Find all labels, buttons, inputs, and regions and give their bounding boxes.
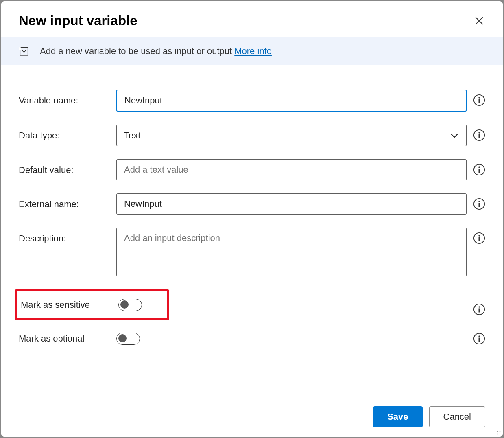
svg-rect-3 xyxy=(479,99,480,103)
dialog-footer: Save Cancel xyxy=(1,396,503,437)
close-icon xyxy=(475,17,483,25)
data-type-value: Text xyxy=(124,130,140,141)
mark-sensitive-highlight: Mark as sensitive xyxy=(15,289,169,320)
external-name-input[interactable] xyxy=(116,193,467,215)
row-mark-optional: Mark as optional xyxy=(19,329,485,348)
toggle-knob xyxy=(118,334,127,342)
label-mark-sensitive: Mark as sensitive xyxy=(17,296,118,314)
row-description: Description: xyxy=(19,228,485,276)
svg-rect-6 xyxy=(479,134,480,138)
svg-point-23 xyxy=(500,431,501,432)
resize-grip-icon[interactable] xyxy=(493,427,502,436)
svg-point-5 xyxy=(478,132,480,134)
info-banner: Add a new variable to be used as input o… xyxy=(1,37,503,65)
mark-optional-toggle[interactable] xyxy=(116,333,140,345)
chevron-down-icon xyxy=(450,131,459,140)
label-variable-name: Variable name: xyxy=(19,90,116,106)
row-default-value: Default value: xyxy=(19,159,485,180)
banner-text-wrap: Add a new variable to be used as input o… xyxy=(40,46,272,57)
close-button[interactable] xyxy=(473,15,485,27)
svg-point-22 xyxy=(500,429,501,430)
svg-point-11 xyxy=(478,201,480,202)
svg-rect-21 xyxy=(479,338,480,342)
row-data-type: Data type: Text xyxy=(19,125,485,146)
data-type-select[interactable]: Text xyxy=(116,125,467,146)
info-icon-variable-name[interactable] xyxy=(473,94,485,106)
info-icon-mark-sensitive[interactable] xyxy=(473,303,485,315)
svg-rect-9 xyxy=(479,169,480,173)
info-icon-default-value[interactable] xyxy=(473,164,485,176)
save-button[interactable]: Save xyxy=(373,406,422,427)
svg-rect-18 xyxy=(479,309,480,313)
input-variable-icon xyxy=(19,46,29,57)
svg-rect-15 xyxy=(479,237,480,241)
label-external-name: External name: xyxy=(19,193,116,210)
dialog-title: New input variable xyxy=(19,13,137,28)
label-mark-optional: Mark as optional xyxy=(19,329,116,348)
banner-text: Add a new variable to be used as input o… xyxy=(40,46,234,56)
toggle-knob xyxy=(120,300,129,309)
description-textarea[interactable] xyxy=(116,228,467,276)
svg-point-14 xyxy=(478,235,480,237)
svg-point-25 xyxy=(500,434,501,435)
more-info-link[interactable]: More info xyxy=(234,46,272,56)
svg-point-20 xyxy=(478,335,480,337)
variable-name-input[interactable] xyxy=(116,90,467,112)
form-area: Variable name: Data type: Text Default v… xyxy=(1,65,503,396)
label-default-value: Default value: xyxy=(19,159,116,175)
info-icon-mark-optional[interactable] xyxy=(473,333,485,345)
svg-point-17 xyxy=(478,306,480,308)
mark-sensitive-toggle[interactable] xyxy=(118,299,142,311)
info-icon-description[interactable] xyxy=(473,232,485,244)
svg-point-2 xyxy=(478,97,480,99)
dialog-header: New input variable xyxy=(1,1,503,37)
new-input-variable-dialog: New input variable Add a new variable to… xyxy=(0,0,504,438)
svg-rect-12 xyxy=(479,203,480,207)
svg-point-8 xyxy=(478,166,480,168)
svg-point-24 xyxy=(497,431,498,432)
svg-point-26 xyxy=(497,434,498,435)
label-data-type: Data type: xyxy=(19,125,116,141)
info-icon-external-name[interactable] xyxy=(473,198,485,210)
row-variable-name: Variable name: xyxy=(19,90,485,112)
cancel-button[interactable]: Cancel xyxy=(429,406,485,427)
row-external-name: External name: xyxy=(19,193,485,215)
default-value-input[interactable] xyxy=(116,159,467,180)
label-description: Description: xyxy=(19,228,116,244)
svg-point-27 xyxy=(495,434,496,435)
info-icon-data-type[interactable] xyxy=(473,129,485,141)
